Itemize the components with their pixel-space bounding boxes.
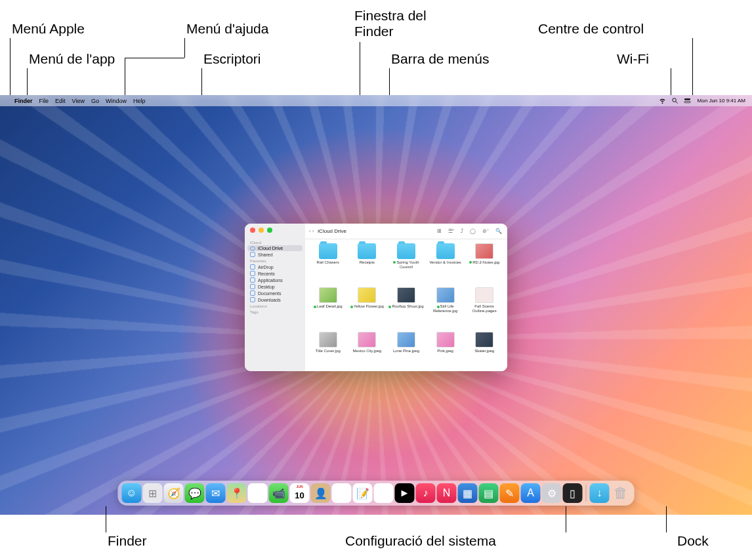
finder-window[interactable]: iCloudiCloud DriveSharedFavoritesAirDrop… bbox=[245, 224, 507, 371]
menu-view[interactable]: View bbox=[69, 98, 88, 104]
airdrop-icon bbox=[250, 264, 255, 270]
cloud-icon bbox=[250, 247, 255, 250]
group-button[interactable]: ☰ˇ bbox=[447, 228, 456, 234]
dock-messages[interactable]: 💬 bbox=[185, 483, 205, 503]
sidebar-item-label: Downloads bbox=[258, 298, 281, 302]
file-item[interactable]: Mexico City.jpeg bbox=[350, 332, 385, 369]
dock-launchpad[interactable]: ⊞ bbox=[143, 483, 163, 503]
image-thumbnail bbox=[397, 287, 415, 303]
file-label: Mexico City.jpeg bbox=[353, 349, 382, 353]
dock-app-store[interactable]: A bbox=[521, 483, 541, 503]
dock-notes[interactable]: 📝 bbox=[353, 483, 373, 503]
file-item[interactable]: Lone Pine.jpeg bbox=[388, 332, 424, 369]
file-item[interactable]: Skater.jpeg bbox=[467, 332, 502, 369]
sidebar-item-documents[interactable]: Documents bbox=[245, 290, 305, 296]
dock-system-settings[interactable]: ⚙ bbox=[542, 483, 562, 503]
maximize-button[interactable] bbox=[267, 228, 272, 233]
file-item[interactable]: Still Life Reference.jpg bbox=[428, 287, 463, 329]
file-item[interactable]: RD.2-Notes.jpg bbox=[467, 243, 502, 285]
callout-dock: Dock bbox=[677, 533, 709, 549]
file-item[interactable]: Vendor & Invoices bbox=[428, 243, 463, 285]
spotlight-icon[interactable] bbox=[669, 97, 681, 104]
file-item[interactable]: Rail Chasers bbox=[310, 243, 346, 285]
callout-finder-window: Finestra del Finder bbox=[354, 8, 427, 39]
forward-button[interactable]: › bbox=[312, 228, 314, 234]
dock-tv[interactable]: ► bbox=[395, 483, 415, 503]
sidebar-item-desktop[interactable]: Desktop bbox=[245, 283, 305, 290]
finder-title: iCloud Drive bbox=[318, 228, 346, 234]
sidebar-item-shared[interactable]: Shared bbox=[245, 251, 305, 258]
dock-photos[interactable]: ✿ bbox=[248, 483, 268, 503]
dock-facetime[interactable]: 📹 bbox=[269, 483, 289, 503]
sidebar-item-recents[interactable]: Recents bbox=[245, 270, 305, 277]
shared-icon bbox=[250, 252, 255, 257]
sidebar-item-downloads[interactable]: Downloads bbox=[245, 296, 305, 303]
sidebar-item-label: Documents bbox=[258, 291, 281, 296]
close-button[interactable] bbox=[250, 228, 255, 233]
callout-app-menu: Menú de l'app bbox=[29, 51, 115, 67]
menu-file[interactable]: File bbox=[36, 98, 52, 104]
dock: ☺⊞🧭💬✉📍✿📹JUN10👤☰📝〰►♪N▦▤✎A⚙▯↓🗑 bbox=[118, 481, 635, 506]
dock-pages[interactable]: ✎ bbox=[500, 483, 520, 503]
dock-finder[interactable]: ☺ bbox=[122, 483, 142, 503]
dock-news[interactable]: N bbox=[437, 483, 457, 503]
file-item[interactable]: Spring Youth Council bbox=[388, 243, 424, 285]
dock-music[interactable]: ♪ bbox=[416, 483, 436, 503]
dock-mail[interactable]: ✉ bbox=[206, 483, 226, 503]
file-label: Rooftop Shoot.jpg bbox=[388, 304, 423, 309]
sync-status-icon bbox=[437, 306, 440, 308]
dock-trash[interactable]: 🗑 bbox=[611, 483, 631, 503]
dock-safari[interactable]: 🧭 bbox=[164, 483, 184, 503]
menu-window[interactable]: Window bbox=[102, 98, 130, 104]
dock-contacts[interactable]: 👤 bbox=[311, 483, 331, 503]
file-label: Receipts bbox=[360, 260, 375, 265]
wifi-icon[interactable] bbox=[656, 97, 669, 104]
image-thumbnail bbox=[475, 243, 493, 259]
file-item[interactable]: Yellow Flower.jpg bbox=[350, 287, 385, 329]
file-label: Yellow Flower.jpg bbox=[350, 304, 384, 309]
folder-icon bbox=[358, 243, 376, 259]
dock-reminders[interactable]: ☰ bbox=[332, 483, 352, 503]
dock-iphone-mirroring[interactable]: ▯ bbox=[563, 483, 583, 503]
dock-freeform[interactable]: 〰 bbox=[374, 483, 394, 503]
image-thumbnail bbox=[475, 332, 493, 348]
callout-help-menu: Menú d'ajuda bbox=[186, 21, 268, 37]
dock-keynote[interactable]: ▦ bbox=[458, 483, 478, 503]
file-item[interactable]: Rooftop Shoot.jpg bbox=[388, 287, 424, 329]
menu-go[interactable]: Go bbox=[88, 98, 102, 104]
back-button[interactable]: ‹ bbox=[309, 228, 311, 234]
sidebar-item-icloud-drive[interactable]: iCloud Drive bbox=[247, 245, 303, 251]
menu-help[interactable]: Help bbox=[130, 98, 149, 104]
dock-calendar[interactable]: JUN10 bbox=[290, 483, 310, 503]
file-item[interactable]: Title Cover.jpg bbox=[310, 332, 346, 369]
file-label: Skater.jpeg bbox=[474, 349, 494, 353]
sidebar-item-applications[interactable]: Applications bbox=[245, 277, 305, 283]
dock-numbers[interactable]: ▤ bbox=[479, 483, 499, 503]
dock-downloads[interactable]: ↓ bbox=[590, 483, 610, 503]
image-thumbnail bbox=[319, 287, 337, 303]
file-label: RD.2-Notes.jpg bbox=[469, 260, 499, 265]
action-button[interactable]: ⊘ˇ bbox=[481, 228, 490, 234]
file-label: Still Life Reference.jpg bbox=[428, 304, 463, 313]
sidebar-item-airdrop[interactable]: AirDrop bbox=[245, 264, 305, 270]
svg-rect-2 bbox=[684, 98, 690, 100]
menu-edit[interactable]: Edit bbox=[52, 98, 69, 104]
menubar-datetime[interactable]: Mon Jun 10 9:41 AM bbox=[694, 98, 748, 104]
file-item[interactable]: Fall Scents Outline.pages bbox=[467, 287, 502, 329]
file-label: Lone Pine.jpeg bbox=[393, 349, 419, 353]
minimize-button[interactable] bbox=[259, 228, 264, 233]
sync-status-icon bbox=[350, 306, 353, 308]
share-button[interactable]: ⤴ bbox=[459, 228, 465, 234]
tag-button[interactable]: ◯ bbox=[469, 228, 477, 234]
file-item[interactable]: Receipts bbox=[350, 243, 385, 285]
search-button[interactable]: 🔍 bbox=[494, 228, 503, 234]
control-center-icon[interactable] bbox=[681, 97, 694, 104]
file-item[interactable]: Pink.jpeg bbox=[428, 332, 463, 369]
dock-maps[interactable]: 📍 bbox=[227, 483, 247, 503]
view-icons-button[interactable]: ⊞ bbox=[436, 228, 443, 234]
desktop[interactable]: Finder File Edit View Go Window Help Mon… bbox=[0, 95, 752, 515]
app-menu[interactable]: Finder bbox=[11, 98, 36, 104]
image-thumbnail bbox=[319, 332, 337, 348]
callout-control-center: Centre de control bbox=[538, 21, 644, 37]
file-item[interactable]: Leaf Detail.jpg bbox=[310, 287, 346, 329]
